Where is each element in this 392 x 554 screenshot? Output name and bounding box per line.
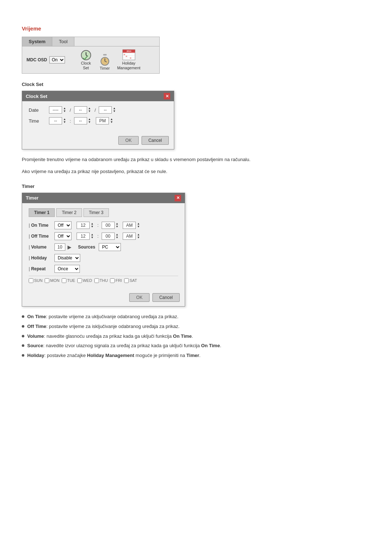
day-wed-checkbox[interactable]	[77, 278, 82, 283]
holiday-icon-item[interactable]: 2014 HolidayManagement	[117, 49, 140, 70]
bullet-text-5: Holiday: postavke značajke Holiday Manag…	[27, 352, 200, 360]
on-ampm-arrows[interactable]: ▲ ▼	[136, 222, 140, 228]
clock-ok-button[interactable]: OK	[118, 136, 138, 145]
bullet-item-2: Off Time: postavite vrijeme za isključiv…	[22, 323, 370, 331]
time-label: Time	[29, 118, 47, 124]
volume-arrow[interactable]: ▶	[68, 244, 72, 250]
off-min-arrows[interactable]: ▲ ▼	[115, 233, 119, 239]
date-arrows3[interactable]: ▲ ▼	[112, 107, 117, 113]
time-arrows1[interactable]: ▲ ▼	[62, 118, 67, 124]
mdc-osd-label: MDC OSD	[26, 57, 47, 62]
timer-svg	[100, 54, 110, 66]
date-arrows1[interactable]: ▲ ▼	[62, 107, 67, 113]
bullet-dot-4	[22, 344, 24, 347]
bullet-text-1: On Time: postavite vrijeme za uključivan…	[27, 313, 179, 321]
volume-label: Volume	[29, 245, 52, 250]
day-thu-checkbox[interactable]	[94, 278, 99, 283]
day-sat-checkbox[interactable]	[124, 278, 129, 283]
clock-cancel-button[interactable]: Cancel	[142, 136, 169, 145]
day-sun: SUN	[29, 278, 42, 283]
timer-dialog-titlebar: Timer ✕	[22, 193, 185, 203]
timer-dialog-close[interactable]: ✕	[175, 195, 181, 201]
clock-icon-img	[79, 49, 93, 60]
date-val1: ----	[49, 106, 62, 114]
mdc-osd-row: MDC OSD On Off	[26, 56, 65, 63]
timer-icon-item[interactable]: Timer	[98, 54, 111, 70]
bullet-text-3: Volume: navedite glasnoću uređaja za pri…	[27, 333, 193, 340]
repeat-select[interactable]: Once Daily Weekly	[54, 265, 80, 273]
timer-tab-2[interactable]: Timer 2	[56, 208, 82, 217]
on-ampm-group: AM ▲ ▼	[123, 222, 140, 229]
bullet-text-4: Source: navedite izvor ulaznog signala z…	[27, 342, 221, 350]
day-mon-label: MON	[50, 278, 60, 283]
mdc-tab-system[interactable]: System	[22, 37, 52, 46]
on-hour-arrows[interactable]: ▲ ▼	[90, 222, 94, 228]
day-tue-checkbox[interactable]	[62, 278, 66, 283]
off-min-down[interactable]: ▼	[115, 236, 119, 239]
body-text-1: Promijenite trenutno vrijeme na odabrano…	[22, 156, 370, 164]
timer-dialog-body: Timer 1 Timer 2 Timer 3 On Time OffOn 12…	[22, 203, 185, 290]
section-title-vrijeme: Vrijeme	[22, 25, 370, 32]
on-min-arrows[interactable]: ▲ ▼	[115, 222, 119, 228]
mdc-tab-tool[interactable]: Tool	[52, 37, 74, 46]
time-down1[interactable]: ▼	[62, 121, 67, 124]
bullet-text-2: Off Time: postavite vrijeme za isključiv…	[27, 323, 180, 331]
svg-rect-3	[103, 54, 107, 56]
day-sun-checkbox[interactable]	[29, 278, 33, 283]
off-time-row: Off Time OffOn 12 ▲ ▼ : 00 ▲ ▼ AM	[29, 232, 178, 240]
off-hour-group: 12 ▲ ▼	[77, 233, 94, 240]
date-label: Date	[29, 107, 47, 113]
on-ampm-down[interactable]: ▼	[136, 225, 140, 228]
timer-cancel-button[interactable]: Cancel	[152, 293, 180, 302]
off-min-val: 00	[102, 233, 115, 240]
repeat-label: Repeat	[29, 266, 52, 271]
off-ampm-arrows[interactable]: ▲ ▼	[136, 233, 140, 239]
off-hour-arrows[interactable]: ▲ ▼	[90, 233, 94, 239]
date-down1[interactable]: ▼	[62, 110, 67, 113]
off-time-onoff-select[interactable]: OffOn	[54, 232, 72, 240]
timer-tab-3[interactable]: Timer 3	[83, 208, 109, 217]
holiday-select[interactable]: Disable Enable	[54, 254, 80, 262]
timer-tabs: Timer 1 Timer 2 Timer 3	[29, 208, 178, 217]
date-spin-group3: -- ▲ ▼	[99, 106, 117, 114]
time-arrows2[interactable]: ▲ ▼	[87, 118, 92, 124]
off-min-group: 00 ▲ ▼	[102, 233, 119, 240]
body-text-2: Ako vrijeme na uređaju za prikaz nije po…	[22, 168, 370, 176]
mdc-body: MDC OSD On Off ClockSet	[22, 46, 159, 73]
off-hour-down[interactable]: ▼	[90, 236, 94, 239]
day-fri: FRI	[110, 278, 122, 283]
date-down2[interactable]: ▼	[87, 110, 92, 113]
off-ampm-down[interactable]: ▼	[136, 236, 140, 239]
time-down2[interactable]: ▼	[87, 121, 92, 124]
date-down3[interactable]: ▼	[112, 110, 117, 113]
bullet-list: On Time: postavite vrijeme za uključivan…	[22, 313, 370, 360]
mdc-panel: System Tool MDC OSD On Off	[22, 37, 160, 74]
on-hour-val: 12	[77, 222, 90, 229]
ampm-group: PM ▲ ▼	[96, 117, 114, 124]
day-wed: WED	[77, 278, 92, 283]
day-sat: SAT	[124, 278, 137, 283]
clock-dialog-close[interactable]: ✕	[164, 93, 170, 99]
on-min-down[interactable]: ▼	[115, 225, 119, 228]
date-arrows2[interactable]: ▲ ▼	[87, 107, 92, 113]
timer-icon-img	[98, 54, 111, 65]
mdc-osd-select[interactable]: On Off	[49, 56, 65, 63]
time-row: Time -- ▲ ▼ : -- ▲ ▼ PM ▲ ▼	[29, 117, 167, 124]
timer-ok-button[interactable]: OK	[129, 293, 149, 302]
day-fri-label: FRI	[115, 278, 122, 283]
date-row: Date ---- ▲ ▼ / -- ▲ ▼ / -- ▲	[29, 106, 167, 114]
day-mon-checkbox[interactable]	[45, 278, 49, 283]
svg-rect-14	[124, 54, 125, 55]
ampm-arrows[interactable]: ▲ ▼	[109, 118, 114, 124]
volume-sources-row: Volume 10 ▶ Sources PC HDMI DVI	[29, 243, 178, 251]
clock-set-icon-item[interactable]: ClockSet	[79, 49, 93, 70]
ampm-down[interactable]: ▼	[109, 121, 114, 124]
on-time-onoff-select[interactable]: OffOn	[54, 221, 72, 229]
day-fri-checkbox[interactable]	[110, 278, 115, 283]
sources-select[interactable]: PC HDMI DVI	[99, 243, 121, 251]
svg-rect-16	[130, 58, 131, 59]
on-time-label: On Time	[29, 223, 52, 228]
on-min-group: 00 ▲ ▼	[102, 222, 119, 229]
timer-tab-1[interactable]: Timer 1	[29, 208, 55, 217]
on-hour-down[interactable]: ▼	[90, 225, 94, 228]
